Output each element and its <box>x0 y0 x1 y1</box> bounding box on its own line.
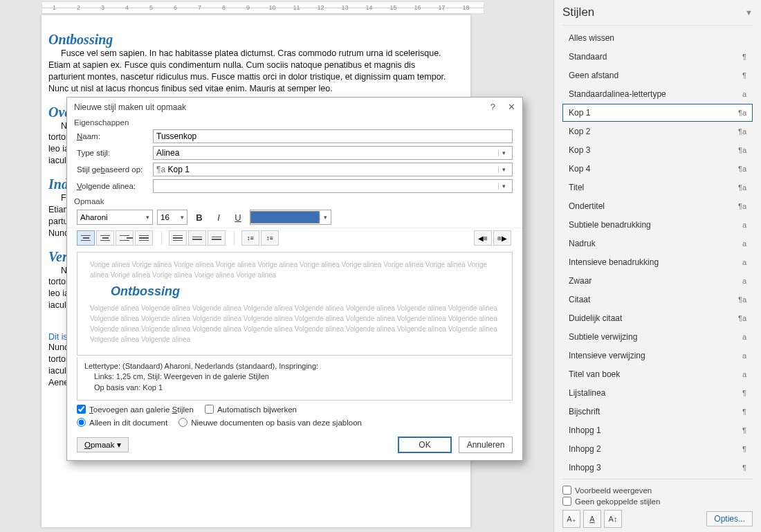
style-item[interactable]: Duidelijk citaat¶a <box>562 309 753 327</box>
style-item-label: Standaardalinea-lettertype <box>569 89 666 99</box>
ruler-mark: 17 <box>430 4 454 11</box>
style-item-label: Nadruk <box>569 239 596 248</box>
linespacing-1.5-button[interactable] <box>188 230 206 246</box>
style-item[interactable]: Kop 4¶a <box>562 160 753 178</box>
new-style-button[interactable]: A₊ <box>562 510 580 528</box>
style-item[interactable]: Intensieve benadrukkinga <box>562 253 753 271</box>
type-select[interactable]: Alinea▾ <box>153 146 513 160</box>
preview-next-text: Volgende alinea Volgende alinea Volgende… <box>90 303 499 345</box>
field-based-on: Stijl gebaseerd op: ¶a Kop 1▾ <box>67 161 522 178</box>
ruler-mark: 6 <box>163 4 187 11</box>
style-item-label: Ondertitel <box>569 201 605 211</box>
manage-styles-button[interactable]: A↕ <box>604 510 622 528</box>
style-item-label: Inhopg 2 <box>569 444 601 454</box>
style-item[interactable]: Inhopg 3¶ <box>562 459 753 477</box>
indent-decrease-button[interactable]: ◀≡ <box>474 230 492 246</box>
styles-panel-title: Stijlen <box>562 6 594 19</box>
style-symbol: a <box>742 351 746 360</box>
close-icon[interactable]: ✕ <box>508 102 515 112</box>
style-item[interactable]: Intensieve verwijzinga <box>562 347 753 365</box>
align-justify-button[interactable] <box>135 230 153 246</box>
no-linked-styles-checkbox[interactable]: Geen gekoppelde stijlen <box>562 497 753 506</box>
style-symbol: ¶ <box>742 464 746 472</box>
show-preview-checkbox[interactable]: Voorbeeld weergeven <box>562 486 753 495</box>
style-inspector-button[interactable]: A <box>583 510 601 528</box>
style-item[interactable]: Standaardalinea-lettertypea <box>562 85 753 103</box>
font-select[interactable]: Aharoni▾ <box>77 210 153 225</box>
paragraph-toolbar: ↕≡ ↕≡ ◀≡ ≡▶ <box>67 228 522 248</box>
align-left-button[interactable] <box>77 230 95 246</box>
preview-heading: Ontbossing <box>111 284 499 299</box>
ruler-mark: 16 <box>405 4 430 11</box>
fontsize-select[interactable]: 16▾ <box>157 210 187 225</box>
indent-increase-button[interactable]: ≡▶ <box>493 230 511 246</box>
style-item[interactable]: Zwaara <box>562 272 753 290</box>
style-item[interactable]: Alles wissen <box>562 29 753 47</box>
align-right-button[interactable] <box>116 230 134 246</box>
style-item-label: Inhopg 1 <box>569 425 601 435</box>
new-docs-template-radio[interactable]: Nieuwe documenten op basis van deze sjab… <box>178 418 362 427</box>
next-para-select[interactable]: ▾ <box>153 179 513 193</box>
space-before-inc-button[interactable]: ↕≡ <box>241 230 259 246</box>
style-item-label: Alles wissen <box>569 33 614 43</box>
style-symbol: a <box>742 90 746 98</box>
bold-button[interactable]: B <box>192 210 207 225</box>
style-symbol: ¶a <box>738 165 746 173</box>
italic-button[interactable]: I <box>211 210 226 225</box>
style-item[interactable]: Geen afstand¶ <box>562 66 753 84</box>
style-item-label: Citaat <box>569 295 590 304</box>
style-item[interactable]: Bijschrift¶ <box>562 403 753 421</box>
panel-options-icon[interactable]: ▼ <box>745 8 753 17</box>
underline-button[interactable]: U <box>230 210 246 225</box>
format-dropdown-button[interactable]: Opmaak ▾ <box>77 437 129 452</box>
style-item[interactable]: Standaard¶ <box>562 48 753 66</box>
style-item-label: Kop 1 <box>569 108 590 118</box>
style-item[interactable]: Titel¶a <box>562 178 753 196</box>
style-item[interactable]: Subtiele benadrukkinga <box>562 216 753 234</box>
ok-button[interactable]: OK <box>398 437 452 453</box>
style-item[interactable]: Kop 3¶a <box>562 141 753 159</box>
field-type: Type stijl: Alinea▾ <box>67 145 522 161</box>
style-item-label: Kop 3 <box>569 145 590 155</box>
style-item[interactable]: Lijstalinea¶ <box>562 384 753 402</box>
style-item-label: Intensieve verwijzing <box>569 351 645 360</box>
style-item[interactable]: Ondertitel¶a <box>562 197 753 215</box>
name-input[interactable] <box>153 129 513 143</box>
style-item-label: Kop 2 <box>569 127 590 136</box>
based-on-select[interactable]: ¶a Kop 1▾ <box>153 163 513 176</box>
style-item-label: Inhopg 3 <box>569 463 601 473</box>
style-preview: Vorige alinea Vorige alinea Vorige aline… <box>77 252 513 356</box>
add-to-gallery-checkbox[interactable]: Toevoegen aan galerie Stijlen <box>77 405 194 414</box>
auto-update-checkbox[interactable]: Automatisch bijwerken <box>205 405 297 414</box>
styles-list[interactable]: Alles wissenStandaard¶Geen afstand¶Stand… <box>562 25 753 479</box>
ruler-mark: 12 <box>309 4 333 11</box>
style-item[interactable]: Inhopg 1¶ <box>562 421 753 439</box>
ruler-mark: 14 <box>357 4 381 11</box>
only-this-doc-radio[interactable]: Alleen in dit document <box>77 418 167 427</box>
style-item[interactable]: Subtiele verwijzinga <box>562 328 753 346</box>
ruler-mark: 15 <box>381 4 405 11</box>
space-before-dec-button[interactable]: ↕≡ <box>261 230 279 246</box>
options-button[interactable]: Opties... <box>706 511 753 526</box>
style-item[interactable]: Nadruka <box>562 235 753 253</box>
align-center-button[interactable] <box>96 230 114 246</box>
color-swatch <box>250 211 320 223</box>
ruler-mark: 3 <box>91 4 115 11</box>
style-item[interactable]: Citaat¶a <box>562 291 753 309</box>
font-color-select[interactable]: ▾ <box>250 210 331 225</box>
linespacing-2-button[interactable] <box>208 230 226 246</box>
next-para-label: Volgende alinea: <box>77 182 153 190</box>
style-item-label: Geen afstand <box>569 71 618 80</box>
help-icon[interactable]: ? <box>490 102 495 112</box>
section-format-label: Opmaak <box>67 194 522 207</box>
style-item[interactable]: Titel van boeka <box>562 365 753 383</box>
new-style-dialog: Nieuwe stijl maken uit opmaak ? ✕ Eigens… <box>66 97 523 461</box>
style-item-label: Titel van boek <box>569 369 620 379</box>
style-item[interactable]: Inhopg 2¶ <box>562 440 753 458</box>
cancel-button[interactable]: Annuleren <box>459 437 513 453</box>
styles-panel-header: Stijlen ▼ <box>562 6 753 25</box>
linespacing-1-button[interactable] <box>169 230 187 246</box>
based-on-label: Stijl gebaseerd op: <box>77 165 153 174</box>
style-item[interactable]: Kop 2¶a <box>562 122 753 140</box>
style-item[interactable]: Kop 1¶a <box>562 104 753 122</box>
